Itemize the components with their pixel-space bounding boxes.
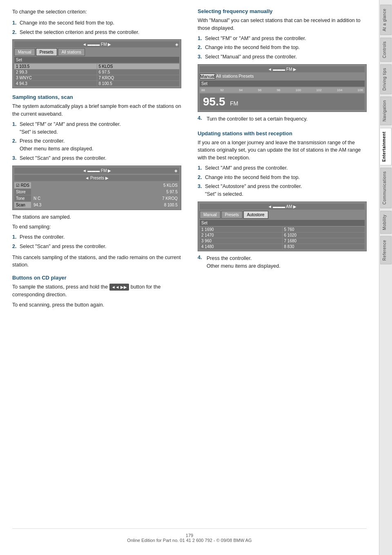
end-step-2-num: 2. bbox=[12, 243, 20, 251]
sf-step-3-num: 3. bbox=[198, 53, 205, 61]
display4-freq-4a: 4 1480 bbox=[200, 244, 282, 249]
display3-freq-scale: 8892949698100102104106 bbox=[200, 87, 365, 93]
radio-display-1: ◄ ▬▬▬ FM ▶ ◈ Manual Presets All stations… bbox=[12, 39, 181, 88]
display2-top: ◄ ▬▬▬ FM ▶ ◈ bbox=[14, 168, 179, 174]
radio-display-manual: ◄ ▬▬▬ FM ▶ ◈ Manual All stations Presets… bbox=[198, 64, 367, 112]
sidebar-tab-reference[interactable]: Reference bbox=[380, 236, 392, 264]
up-step-2-num: 2. bbox=[198, 174, 205, 181]
sidebar-tab-entertainment[interactable]: Entertainment bbox=[380, 128, 392, 166]
display3-big-freq: 95.5 FM bbox=[200, 94, 365, 110]
sidebar-tab-mobility[interactable]: Mobility bbox=[380, 211, 392, 234]
display4-top: ◄ ▬▬▬ AM ▶ ◈ bbox=[200, 204, 365, 210]
sidebar-tab-navigation[interactable]: Navigation bbox=[380, 96, 392, 125]
display3-btn-all: All stations bbox=[216, 74, 238, 79]
samp-step-2-text: Press the controller.Other menu items ar… bbox=[20, 137, 181, 153]
end-steps: 1. Press the controller. 2. Select "Scan… bbox=[12, 233, 181, 251]
sampling-heading: Sampling stations, scan bbox=[12, 94, 181, 100]
sf-step-3-text: Select "Manual" and press the controller… bbox=[205, 53, 367, 61]
sidebar-tab-at-a-glance[interactable]: At a glance bbox=[380, 5, 392, 35]
radio-display-am: ◄ ▬▬▬ AM ▶ ◈ Manual Presets Autostore Se… bbox=[198, 201, 367, 251]
updating-steps: 1. Select "AM" and press the controller.… bbox=[198, 164, 367, 198]
sel-freq-steps: 1. Select "FM" or "AM" and press the con… bbox=[198, 35, 367, 61]
intro-steps: 1. Change into the second field from the… bbox=[12, 19, 181, 36]
cd-button-icon: ◄◄ ▶▶ bbox=[109, 284, 129, 291]
sidebar-tab-controls[interactable]: Controls bbox=[380, 38, 392, 62]
display1-top: ◄ ▬▬▬ FM ▶ bbox=[82, 42, 111, 47]
display4-freq-2b: 6 1020 bbox=[283, 233, 365, 238]
display4-btn-manual: Manual bbox=[200, 211, 220, 219]
samp-step-1-text: Select "FM" or "AM" and press the contro… bbox=[20, 121, 181, 136]
step-num-1: 1. bbox=[12, 19, 20, 27]
display1-btn-presets: Presets bbox=[36, 48, 57, 56]
menu-rds: ☑ RDS bbox=[14, 182, 31, 188]
sampling-steps: 1. Select "FM" or "AM" and press the con… bbox=[12, 121, 181, 162]
step4b-num: 4. bbox=[198, 255, 205, 260]
display4-freq-2a: 2 1470 bbox=[200, 233, 282, 238]
footer-text: Online Edition for Part no. 01 41 2 600 … bbox=[127, 538, 252, 543]
display1-freq-4a: 4 94.3 bbox=[14, 81, 97, 86]
step-text-1: Change into the second field from the to… bbox=[20, 19, 181, 27]
display1-btn-all: All stations bbox=[58, 48, 85, 56]
page-footer: 179 Online Edition for Part no. 01 41 2 … bbox=[12, 528, 367, 543]
up-step-3-num: 3. bbox=[198, 183, 205, 198]
sidebar-tab-driving-tips[interactable]: Driving tips bbox=[380, 64, 392, 94]
display3-btn-presets: Presets bbox=[238, 74, 254, 79]
sf-step-1-num: 1. bbox=[198, 35, 205, 43]
cd-intro: To sample the stations, press and hold t… bbox=[12, 283, 181, 299]
stations-sampled: The stations are sampled. bbox=[12, 213, 181, 221]
cd-end: To end scanning, press the button again. bbox=[12, 301, 181, 309]
menu-tone: Tone bbox=[14, 195, 31, 201]
scan-freq-3: N C7 KROQ bbox=[32, 195, 179, 201]
updating-intro: If you are on a longer journey and leave… bbox=[198, 139, 367, 162]
cd-button-label: ◄◄ ▶▶ bbox=[111, 284, 127, 290]
end-step-1-num: 1. bbox=[12, 233, 20, 241]
cd-heading: Buttons on CD player bbox=[12, 275, 181, 281]
sf-step-2-text: Change into the second field from the to… bbox=[205, 44, 367, 51]
up-step-1-text: Select "AM" and press the controller. bbox=[205, 164, 367, 172]
step4b-text: Press the controller.Other menu items ar… bbox=[207, 255, 281, 270]
sel-freq-intro: With "Manual" you can select stations th… bbox=[198, 17, 367, 32]
menu-scan: Scan bbox=[14, 202, 31, 208]
step-num-2: 2. bbox=[12, 29, 20, 36]
samp-step-1-num: 1. bbox=[12, 121, 20, 136]
display1-freq-1b: 5 KLOS bbox=[97, 64, 180, 69]
display3-set: Set bbox=[200, 81, 365, 87]
display4-freq-3b: 7 1680 bbox=[283, 238, 365, 244]
display1-freq-3b: 7 KROQ bbox=[97, 75, 180, 81]
display4-freq-1a: 1 1690 bbox=[200, 227, 282, 232]
display3-fm-label: FM bbox=[230, 100, 238, 107]
scan-freq-1: 5 KLOS bbox=[32, 182, 179, 188]
sampling-intro: The system automatically plays a brief s… bbox=[12, 103, 181, 118]
sidebar: At a glance Controls Driving tips Naviga… bbox=[379, 0, 392, 555]
left-intro: To change the selection criterion: bbox=[12, 8, 181, 16]
cancel-note: This cancels sampling of the stations, a… bbox=[12, 254, 181, 269]
up-step-2-text: Change into the second field from the to… bbox=[205, 174, 367, 181]
radio-display-scan: ◄ ▬▬▬ FM ▶ ◈ ◄ Presets ▶ ☑ RDS Store Ton… bbox=[12, 166, 181, 210]
display4-btn-autostore: Autostore bbox=[243, 211, 268, 219]
end-sampling-label: To end sampling: bbox=[12, 223, 181, 231]
end-step-1-text: Press the controller. bbox=[20, 233, 181, 241]
up-step-3-text: Select "Autostore" and press the control… bbox=[205, 183, 367, 198]
sf-step-2-num: 2. bbox=[198, 44, 205, 51]
display1-set: Set bbox=[14, 57, 179, 63]
display4-freq-3a: 3 960 bbox=[200, 238, 282, 244]
samp-step-3-num: 3. bbox=[12, 154, 20, 162]
display3-top: ◄ ▬▬▬ FM ▶ ◈ bbox=[200, 66, 365, 72]
display1-freq-3a: 3 WNYC bbox=[14, 75, 97, 81]
step4-num: 4. bbox=[198, 115, 205, 121]
display4-btn-presets: Presets bbox=[221, 211, 243, 219]
sidebar-tab-communications[interactable]: Communications bbox=[380, 168, 392, 208]
display1-freq-1a: 1 103.5 bbox=[14, 64, 97, 69]
display4-freq-4b: 8 830 bbox=[283, 244, 365, 249]
menu-store: Store bbox=[14, 189, 31, 195]
display4-set: Set bbox=[200, 220, 365, 226]
display3-btn-manual: Manual bbox=[200, 74, 215, 79]
display1-freq-4b: 8 100.5 bbox=[97, 81, 180, 86]
display2-presets: ◄ Presets ▶ bbox=[14, 175, 179, 181]
scan-freq-4: 94.38 100.5 bbox=[32, 202, 179, 208]
updating-heading: Updating stations with best reception bbox=[198, 130, 367, 137]
sel-freq-heading: Selecting frequency manually bbox=[198, 8, 367, 14]
up-step-1-num: 1. bbox=[198, 164, 205, 172]
sf-step-1-text: Select "FM" or "AM" and press the contro… bbox=[205, 35, 367, 43]
step4-text: Turn the controller to set a certain fre… bbox=[207, 115, 307, 123]
